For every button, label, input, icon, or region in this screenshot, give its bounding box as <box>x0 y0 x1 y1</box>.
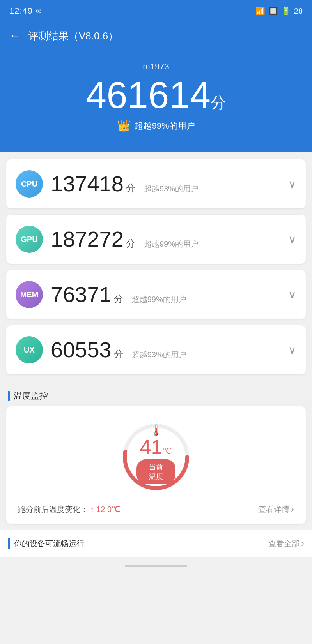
bottom-banner-text: 你的设备可流畅运行 <box>14 538 84 549</box>
crown-icon: 👑 <box>117 119 131 132</box>
signal-icon: 🔲 <box>268 6 278 16</box>
time-text: 12:49 <box>9 6 33 16</box>
mem-badge: MEM <box>16 281 43 308</box>
mem-card[interactable]: MEM 76371 分 超越99%的用户 ∨ <box>6 270 306 319</box>
bottom-banner: 你的设备可流畅运行 查看全部 › <box>0 530 312 557</box>
section-title-temp: 温度监控 <box>0 382 312 406</box>
status-right: 📶 🔲 🔋 28 <box>255 6 303 16</box>
cpu-score-info: 137418 分 超越93%的用户 <box>51 173 280 195</box>
banner-dot <box>8 538 10 549</box>
gauge-container: 🌡️ 41℃ 当前温度 <box>14 418 298 496</box>
gpu-badge: GPU <box>16 226 43 253</box>
gpu-score-value: 187272 <box>51 228 124 250</box>
gpu-score-unit: 分 <box>126 237 135 250</box>
header-title: 评测结果（V8.0.6） <box>28 29 118 43</box>
battery-icon: 🔋 <box>281 6 291 16</box>
device-name: m1973 <box>8 62 304 72</box>
header: ← 评测结果（V8.0.6） <box>0 22 312 50</box>
ux-badge: UX <box>16 336 43 363</box>
temperature-gauge: 🌡️ 41℃ 当前温度 <box>117 418 195 496</box>
gpu-score-info: 187272 分 超越99%的用户 <box>51 228 280 250</box>
current-temp-label: 当前温度 <box>136 459 176 484</box>
ux-rank: 超越93%的用户 <box>132 349 280 360</box>
mem-score-value: 76371 <box>51 284 112 305</box>
view-detail-button[interactable]: 查看详情 › <box>258 504 294 515</box>
cpu-chevron-icon: ∨ <box>288 178 296 191</box>
view-all-label: 查看全部 <box>268 538 300 549</box>
ux-score-info: 60553 分 超越93%的用户 <box>51 339 280 361</box>
cpu-card[interactable]: CPU 137418 分 超越93%的用户 ∨ <box>6 159 306 208</box>
gpu-card[interactable]: GPU 187272 分 超越99%的用户 ∨ <box>6 215 306 264</box>
gpu-chevron-icon: ∨ <box>288 233 296 246</box>
view-detail-label: 查看详情 <box>258 504 289 515</box>
mem-score-info: 76371 分 超越99%的用户 <box>51 284 280 305</box>
temp-change-label: 跑分前后温度变化： <box>18 505 88 513</box>
mem-score-unit: 分 <box>114 293 123 305</box>
gauge-center: 🌡️ 41℃ 当前温度 <box>136 424 176 484</box>
temp-change-value: ↑ 12.0℃ <box>90 505 120 513</box>
mem-chevron-icon: ∨ <box>288 288 296 301</box>
status-bar: 12:49 ∞ 📶 🔲 🔋 28 <box>0 0 312 22</box>
score-cards: CPU 137418 分 超越93%的用户 ∨ GPU 187272 分 超越9… <box>0 152 312 382</box>
status-time: 12:49 ∞ <box>9 6 42 16</box>
mem-rank: 超越99%的用户 <box>132 294 280 305</box>
home-indicator <box>0 557 312 575</box>
cpu-score-unit: 分 <box>126 182 135 194</box>
temp-number: 41 <box>140 436 163 458</box>
total-score: 461614分 <box>8 76 304 114</box>
temp-change-text: 跑分前后温度变化： ↑ 12.0℃ <box>18 504 120 515</box>
arrow-right-icon: › <box>291 504 294 515</box>
temp-info-row: 跑分前后温度变化： ↑ 12.0℃ 查看详情 › <box>14 504 298 515</box>
gpu-rank: 超越99%的用户 <box>144 239 280 249</box>
temp-value: 41℃ <box>136 437 176 457</box>
bottom-banner-left: 你的设备可流畅运行 <box>8 538 84 549</box>
temp-section-label: 温度监控 <box>14 390 48 402</box>
infinity-text: ∞ <box>35 6 42 16</box>
ux-score-unit: 分 <box>114 348 123 360</box>
wifi-icon: 📶 <box>255 6 265 16</box>
total-score-value: 461614 <box>86 74 211 116</box>
temp-unit: ℃ <box>162 446 172 456</box>
view-all-icon: › <box>301 538 304 549</box>
ux-score-value: 60553 <box>51 339 112 361</box>
home-bar <box>125 565 187 567</box>
battery-level: 28 <box>294 7 303 16</box>
section-bar <box>8 391 10 401</box>
back-button[interactable]: ← <box>9 30 20 42</box>
cpu-rank: 超越93%的用户 <box>144 183 280 194</box>
ux-chevron-icon: ∨ <box>288 344 296 356</box>
cpu-score-value: 137418 <box>51 173 124 195</box>
hero-section: m1973 461614分 👑 超越99%的用户 <box>0 50 312 152</box>
temp-card: 🌡️ 41℃ 当前温度 跑分前后温度变化： ↑ 12.0℃ 查看详情 › <box>6 406 306 524</box>
rank-label: 超越99%的用户 <box>135 120 195 132</box>
rank-text: 👑 超越99%的用户 <box>8 119 304 132</box>
ux-card[interactable]: UX 60553 分 超越93%的用户 ∨ <box>6 325 306 374</box>
thermometer-icon: 🌡️ <box>136 424 176 437</box>
view-all-button[interactable]: 查看全部 › <box>268 538 304 549</box>
cpu-badge: CPU <box>16 170 43 198</box>
total-score-unit: 分 <box>211 94 226 111</box>
